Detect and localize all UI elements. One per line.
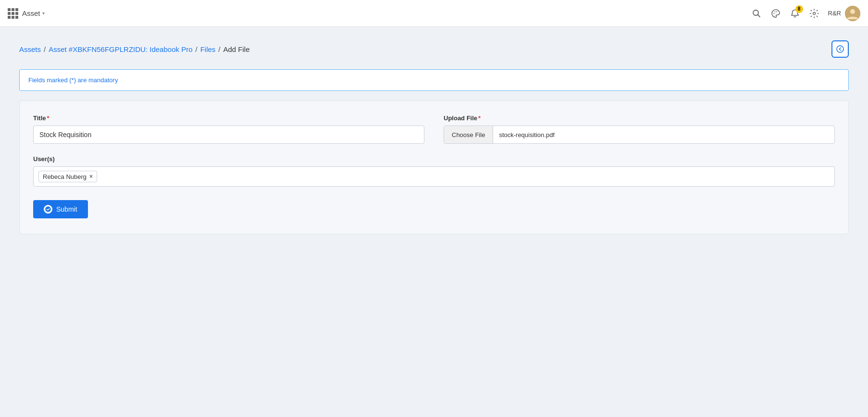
app-name-label: Asset	[22, 9, 40, 17]
upload-label-text: Upload File	[444, 114, 477, 122]
svg-point-7	[850, 9, 855, 14]
svg-point-9	[45, 206, 51, 213]
svg-line-1	[757, 14, 760, 17]
notification-count: 8	[795, 5, 803, 13]
mandatory-text: Fields marked (*) are mandatory	[28, 76, 118, 84]
search-icon[interactable]	[751, 8, 762, 19]
notification-bell[interactable]: 8	[790, 8, 800, 19]
user-initials: R&R	[828, 10, 841, 17]
title-input[interactable]	[33, 126, 424, 144]
title-required-star: *	[47, 114, 50, 122]
main-content: Assets / Asset #XBKFN56FGPLRZIDU: Ideabo…	[0, 27, 868, 248]
submit-button[interactable]: Submit	[33, 200, 88, 218]
upload-required-star: *	[478, 114, 481, 122]
title-group: Title*	[33, 114, 424, 144]
mandatory-notice: Fields marked (*) are mandatory	[19, 69, 849, 91]
user-tag-name: Rebeca Nuberg	[43, 173, 87, 180]
breadcrumb-sep-2: /	[195, 45, 197, 53]
breadcrumb-sep-3: /	[218, 45, 220, 53]
app-chevron-icon: ▾	[42, 11, 45, 16]
upload-group: Upload File* Choose File stock-requisiti…	[444, 114, 835, 144]
submit-label: Submit	[56, 205, 77, 213]
nav-right: 8 R&R	[751, 6, 860, 21]
nav-left: Asset ▾	[8, 8, 45, 19]
app-name-dropdown[interactable]: Asset ▾	[22, 9, 45, 17]
breadcrumb-assets[interactable]: Assets	[19, 45, 41, 53]
breadcrumb: Assets / Asset #XBKFN56FGPLRZIDU: Ideabo…	[19, 45, 250, 53]
apps-grid-icon[interactable]	[8, 8, 18, 19]
breadcrumb-row: Assets / Asset #XBKFN56FGPLRZIDU: Ideabo…	[19, 40, 849, 58]
file-upload-row: Choose File stock-requisition.pdf	[444, 126, 835, 144]
users-input-area[interactable]: Rebeca Nuberg ×	[33, 166, 835, 187]
back-button[interactable]	[831, 40, 849, 58]
form-title-upload-row: Title* Upload File* Choose File stock-re…	[33, 114, 835, 144]
form-card: Title* Upload File* Choose File stock-re…	[19, 101, 849, 234]
settings-icon[interactable]	[809, 8, 819, 19]
palette-icon[interactable]	[770, 8, 781, 19]
breadcrumb-asset-detail[interactable]: Asset #XBKFN56FGPLRZIDU: Ideabook Pro	[49, 45, 192, 53]
users-row: User(s) Rebeca Nuberg ×	[33, 155, 835, 187]
breadcrumb-files[interactable]: Files	[200, 45, 216, 53]
user-tag-remove[interactable]: ×	[89, 174, 93, 179]
svg-point-3	[774, 11, 775, 12]
choose-file-button[interactable]: Choose File	[444, 126, 493, 143]
svg-point-2	[773, 13, 774, 14]
file-name-display: stock-requisition.pdf	[493, 126, 834, 143]
title-label: Title*	[33, 114, 424, 122]
upload-label: Upload File*	[444, 114, 835, 122]
users-label-text: User(s)	[33, 155, 55, 163]
user-section[interactable]: R&R	[828, 6, 860, 21]
breadcrumb-current: Add File	[223, 45, 250, 53]
svg-point-4	[776, 11, 777, 12]
user-avatar	[845, 6, 860, 21]
users-label: User(s)	[33, 155, 835, 163]
user-tag: Rebeca Nuberg ×	[38, 171, 97, 182]
svg-point-5	[813, 12, 815, 14]
title-label-text: Title	[33, 114, 46, 122]
top-navigation: Asset ▾ 8	[0, 0, 868, 27]
svg-point-8	[837, 46, 843, 52]
submit-icon	[44, 205, 52, 214]
breadcrumb-sep-1: /	[44, 45, 46, 53]
